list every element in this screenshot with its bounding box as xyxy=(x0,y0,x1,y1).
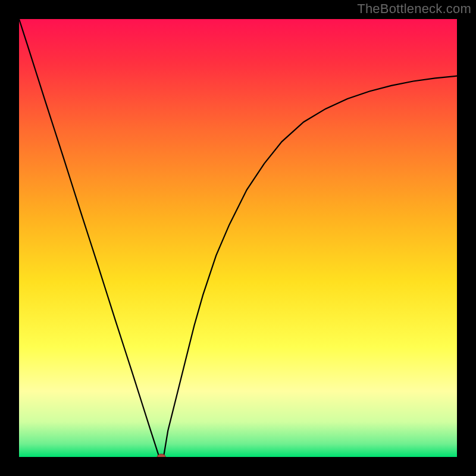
chart-background xyxy=(19,19,457,457)
chart-frame: TheBottleneck.com xyxy=(0,0,476,476)
bottleneck-chart xyxy=(19,19,457,457)
watermark-text: TheBottleneck.com xyxy=(357,1,471,17)
